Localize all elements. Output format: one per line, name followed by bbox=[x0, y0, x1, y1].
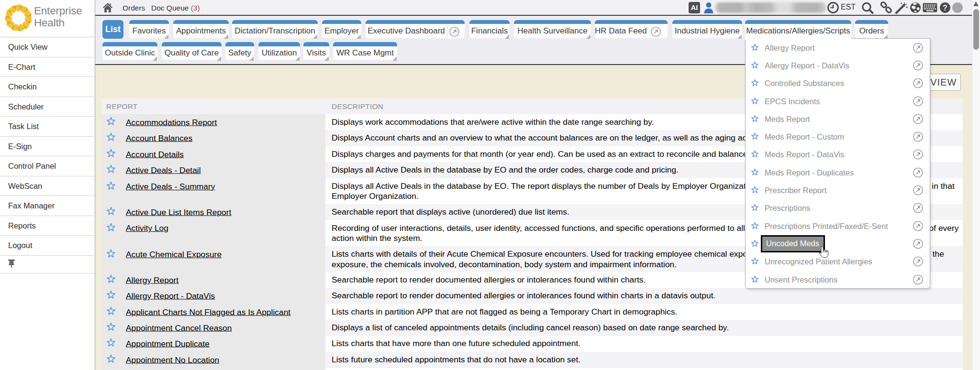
svg-text:?: ? bbox=[943, 4, 947, 12]
